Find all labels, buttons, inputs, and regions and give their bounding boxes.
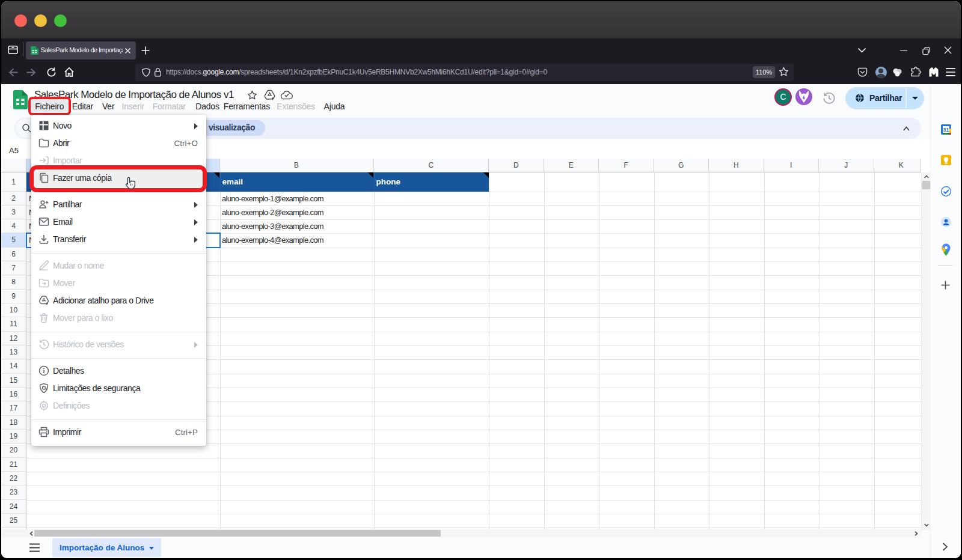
svg-text:31: 31	[943, 127, 949, 133]
